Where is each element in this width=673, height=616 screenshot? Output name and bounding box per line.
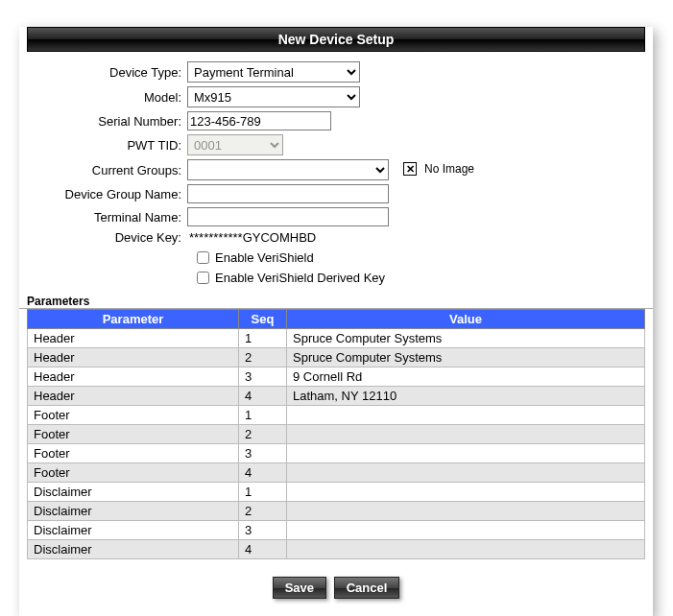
device-group-name-input[interactable] [187,184,389,203]
parameters-section-title: Parameters [19,293,653,309]
cell-seq: 2 [239,425,287,444]
cancel-button[interactable]: Cancel [334,577,400,599]
table-row: Footer2 [28,425,645,444]
parameters-table: Parameter Seq Value Header1Spruce Comput… [27,309,645,559]
cell-parameter: Disclaimer [28,521,239,540]
cell-seq: 3 [239,444,287,463]
table-row: Header2Spruce Computer Systems [28,348,645,367]
table-row: Header1Spruce Computer Systems [28,329,645,348]
device-group-name-label: Device Group Name: [38,187,187,201]
cell-value [287,444,645,463]
cell-seq: 4 [239,463,287,483]
form-area: Device Type: Payment Terminal Model: Mx9… [19,61,653,287]
cell-seq: 2 [239,502,287,521]
device-setup-panel: New Device Setup Device Type: Payment Te… [19,27,653,616]
enable-verishield-derived-checkbox[interactable] [197,272,209,284]
device-type-select[interactable]: Payment Terminal [187,61,360,83]
cell-seq: 3 [239,367,287,387]
col-parameter: Parameter [28,310,239,329]
save-button[interactable]: Save [273,577,326,599]
cell-seq: 4 [239,387,287,406]
table-row: Disclaimer2 [28,502,645,521]
serial-number-label: Serial Number: [38,114,187,129]
model-select[interactable]: Mx915 [187,86,360,107]
cell-seq: 3 [239,521,287,540]
current-groups-select[interactable] [187,159,389,180]
pwt-tid-select: 0001 [187,134,283,155]
cell-value [287,540,645,559]
col-value: Value [287,310,645,329]
cell-value [287,483,645,502]
current-groups-label: Current Groups: [38,163,187,178]
col-seq: Seq [239,310,287,329]
table-row: Footer3 [28,444,645,463]
table-row: Disclaimer1 [28,483,645,502]
cell-value: Spruce Computer Systems [287,348,645,367]
cell-parameter: Disclaimer [28,502,239,521]
cell-value [287,463,645,483]
page-title: New Device Setup [27,27,645,52]
terminal-name-label: Terminal Name: [38,210,187,225]
cell-seq: 1 [239,483,287,502]
cell-value: 9 Cornell Rd [287,367,645,387]
cell-seq: 1 [239,329,287,348]
cell-seq: 1 [239,406,287,425]
table-row: Disclaimer3 [28,521,645,540]
device-type-label: Device Type: [38,65,187,80]
no-image-icon: ✕ [403,162,417,176]
enable-verishield-checkbox[interactable] [197,251,209,264]
cell-parameter: Header [28,367,239,387]
table-row: Footer1 [28,406,645,425]
cell-seq: 4 [239,540,287,559]
cell-parameter: Footer [28,444,239,463]
cell-parameter: Disclaimer [28,540,239,559]
cell-value: Latham, NY 12110 [287,387,645,406]
table-row: Header4Latham, NY 12110 [28,387,645,406]
cell-parameter: Disclaimer [28,483,239,502]
cell-value [287,521,645,540]
enable-verishield-label: Enable VeriShield [215,250,314,265]
pwt-tid-label: PWT TID: [38,138,187,153]
cell-value [287,425,645,444]
device-key-label: Device Key: [38,230,187,245]
device-key-value: ***********GYCOMHBD [187,230,316,245]
cell-seq: 2 [239,348,287,367]
cell-parameter: Footer [28,463,239,483]
cell-value [287,406,645,425]
table-row: Disclaimer4 [28,540,645,559]
cell-parameter: Footer [28,406,239,425]
terminal-name-input[interactable] [187,207,389,226]
table-row: Footer4 [28,463,645,483]
cell-parameter: Header [28,387,239,406]
no-image-area: ✕ No Image [403,162,474,176]
cell-parameter: Footer [28,425,239,444]
cell-parameter: Header [28,329,239,348]
enable-verishield-derived-label: Enable VeriShield Derived Key [215,271,385,285]
cell-value: Spruce Computer Systems [287,329,645,348]
button-bar: Save Cancel [19,577,653,599]
no-image-label: No Image [424,162,474,176]
serial-number-input[interactable] [187,111,331,130]
table-row: Header39 Cornell Rd [28,367,645,387]
cell-value [287,502,645,521]
model-label: Model: [38,90,187,105]
cell-parameter: Header [28,348,239,367]
